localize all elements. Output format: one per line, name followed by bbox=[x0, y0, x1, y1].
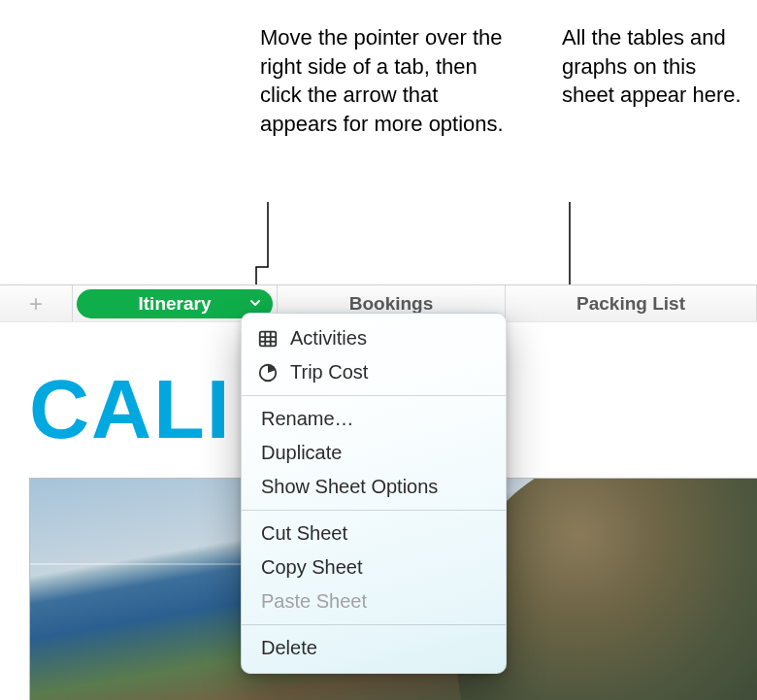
menu-label: Delete bbox=[261, 637, 317, 659]
chevron-down-icon[interactable] bbox=[249, 296, 261, 312]
menu-item-show-sheet-options[interactable]: Show Sheet Options bbox=[242, 470, 506, 504]
pie-chart-icon bbox=[257, 362, 279, 383]
menu-label: Trip Cost bbox=[290, 361, 368, 383]
menu-item-paste-sheet: Paste Sheet bbox=[242, 584, 506, 618]
menu-item-cut-sheet[interactable]: Cut Sheet bbox=[242, 517, 506, 550]
menu-item-activities[interactable]: Activities bbox=[242, 321, 506, 355]
tab-label: Bookings bbox=[349, 293, 434, 315]
menu-label: Duplicate bbox=[261, 442, 342, 464]
sheet-context-menu: Activities Trip Cost Rename… Duplicate S… bbox=[241, 313, 507, 674]
menu-item-delete[interactable]: Delete bbox=[242, 631, 506, 665]
menu-label: Show Sheet Options bbox=[261, 476, 438, 498]
menu-label: Paste Sheet bbox=[261, 590, 367, 613]
menu-item-trip-cost[interactable]: Trip Cost bbox=[242, 355, 506, 389]
tab-label: Packing List bbox=[576, 293, 685, 315]
svg-rect-0 bbox=[260, 331, 277, 346]
plus-icon: + bbox=[29, 292, 43, 316]
menu-item-copy-sheet[interactable]: Copy Sheet bbox=[242, 550, 506, 584]
callout-left: Move the pointer over the right side of … bbox=[260, 23, 520, 139]
menu-item-duplicate[interactable]: Duplicate bbox=[242, 436, 506, 470]
menu-item-rename[interactable]: Rename… bbox=[242, 402, 506, 436]
table-icon bbox=[257, 328, 279, 350]
tab-packing-list[interactable]: Packing List bbox=[506, 285, 757, 322]
add-sheet-button[interactable]: + bbox=[0, 285, 73, 322]
tab-label: Itinerary bbox=[139, 293, 212, 315]
callout-right: All the tables and graphs on this sheet … bbox=[562, 23, 742, 110]
menu-label: Copy Sheet bbox=[261, 556, 363, 579]
menu-label: Activities bbox=[290, 327, 367, 350]
menu-label: Cut Sheet bbox=[261, 522, 347, 545]
menu-label: Rename… bbox=[261, 408, 354, 430]
page-title: CALI bbox=[29, 361, 232, 457]
